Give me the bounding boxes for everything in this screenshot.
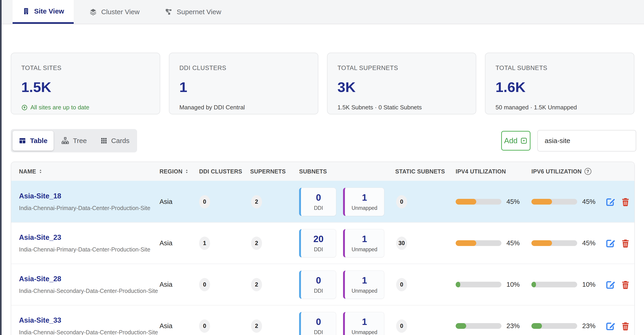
column-header-supernets: SUPERNETS xyxy=(250,168,299,175)
ipv4-utilization-cell: 45% xyxy=(456,239,532,247)
column-label: DDI CLUSTERS xyxy=(199,168,242,175)
subnet-ddi-label: DDI xyxy=(314,246,323,252)
subnet-ddi-count: 20 xyxy=(313,234,324,244)
ipv6-utilization-bar xyxy=(532,240,577,246)
ipv6-utilization-cell: 23% xyxy=(532,322,602,330)
tab-supernet-view[interactable]: Supernet View xyxy=(155,0,231,24)
view-toggle-tree[interactable]: Tree xyxy=(54,131,94,150)
table-row[interactable]: Asia-Site_18 India-Chennai-Primary-Data-… xyxy=(11,181,634,222)
delete-button[interactable] xyxy=(621,280,630,290)
stat-subtext: Managed by DDI Central xyxy=(180,104,308,111)
ipv4-utilization-fill xyxy=(456,323,466,329)
table-row[interactable]: Asia-Site_23 India-Chennai-Primary-Data-… xyxy=(11,222,634,264)
ipv4-utilization-bar xyxy=(456,282,502,288)
edit-button[interactable] xyxy=(605,238,616,248)
supernet-icon xyxy=(165,8,172,16)
edit-icon xyxy=(605,321,616,331)
stat-value: 1.6K xyxy=(496,79,624,95)
column-header-region[interactable]: REGION xyxy=(160,168,199,175)
ipv4-utilization-fill xyxy=(456,282,460,288)
view-tabbar: Site View Cluster View xyxy=(2,0,644,24)
site-name-cell: Asia-Site_28 India-Chennai-Secondary-Dat… xyxy=(11,275,160,294)
sort-icon xyxy=(184,169,189,174)
site-view-page: Site View Cluster View xyxy=(0,0,644,335)
search-input[interactable] xyxy=(537,130,636,152)
column-label: REGION xyxy=(160,168,182,175)
subnet-ddi-card: 0 DDI xyxy=(299,270,336,299)
tab-label: Site View xyxy=(34,7,64,15)
trash-icon xyxy=(621,238,630,248)
stat-subtext: 50 managed · 1.5K Unmapped xyxy=(496,104,624,111)
subnet-ddi-count: 0 xyxy=(316,192,321,203)
site-name-link[interactable]: Asia-Site_23 xyxy=(19,234,160,242)
subnet-unmapped-card: 1 Unmapped xyxy=(343,312,384,335)
subnet-unmapped-count: 1 xyxy=(362,317,367,327)
table-header-row: NAME REGION DDI CLUSTERS SUPERNETS SUBNE… xyxy=(11,162,634,181)
tree-view-icon xyxy=(61,136,69,145)
view-toggle-label: Tree xyxy=(73,137,87,144)
supernets-cell: 2 xyxy=(251,195,299,208)
column-header-name[interactable]: NAME xyxy=(11,168,160,175)
ipv6-utilization-value: 10% xyxy=(582,281,596,288)
subnets-cell: 0 DDI 1 Unmapped xyxy=(299,312,395,335)
ddi-clusters-cell: 1 xyxy=(199,236,250,250)
subnet-unmapped-count: 1 xyxy=(362,192,367,203)
region-cell: Asia xyxy=(160,239,199,247)
ipv4-utilization-bar xyxy=(456,240,502,246)
tab-site-view[interactable]: Site View xyxy=(12,0,74,24)
site-name-link[interactable]: Asia-Site_18 xyxy=(19,192,160,200)
static-subnets-badge: 0 xyxy=(396,278,407,291)
delete-button[interactable] xyxy=(621,238,630,248)
edit-icon xyxy=(605,196,616,207)
add-button[interactable]: Add xyxy=(501,131,530,150)
delete-button[interactable] xyxy=(621,196,630,207)
site-name-cell: Asia-Site_18 India-Chennai-Primary-Data-… xyxy=(11,192,160,212)
view-toggle-label: Table xyxy=(30,137,47,144)
cards-view-icon xyxy=(100,137,108,144)
static-subnets-badge: 30 xyxy=(396,236,407,250)
column-label: IPV6 UTILIZATION xyxy=(532,168,582,175)
view-mode-toggle: Table Tree xyxy=(11,129,137,152)
site-name-link[interactable]: Asia-Site_28 xyxy=(19,275,160,283)
edit-button[interactable] xyxy=(605,321,616,331)
ipv4-utilization-fill xyxy=(456,199,476,204)
subnets-cell: 20 DDI 1 Unmapped xyxy=(299,229,395,258)
stat-subtext: 1.5K Subnets · 0 Static Subnets xyxy=(338,104,466,111)
region-cell: Asia xyxy=(160,281,199,288)
ipv4-utilization-value: 23% xyxy=(506,322,520,330)
dropdown-box-icon xyxy=(520,137,528,144)
edit-button[interactable] xyxy=(605,280,616,290)
site-name-cell: Asia-Site_33 India-Chennai-Secondary-Dat… xyxy=(11,316,160,335)
region-cell: Asia xyxy=(160,198,199,206)
subnet-ddi-count: 0 xyxy=(316,317,321,327)
trash-icon xyxy=(621,280,630,290)
arrow-up-circle-icon xyxy=(21,104,28,111)
site-name-link[interactable]: Asia-Site_33 xyxy=(19,316,160,324)
ipv6-utilization-bar xyxy=(532,282,577,288)
tab-cluster-view[interactable]: Cluster View xyxy=(80,0,149,24)
table-row[interactable]: Asia-Site_33 India-Chennai-Secondary-Dat… xyxy=(11,305,634,335)
stat-title: DDI CLUSTERS xyxy=(180,64,308,72)
supernets-cell: 2 xyxy=(251,278,299,291)
view-toggle-cards[interactable]: Cards xyxy=(94,131,135,150)
subnet-ddi-card: 0 DDI xyxy=(299,312,336,335)
subnet-ddi-label: DDI xyxy=(314,329,323,335)
table-row[interactable]: Asia-Site_28 India-Chennai-Secondary-Dat… xyxy=(11,264,634,305)
column-header-ddi-clusters: DDI CLUSTERS xyxy=(199,168,250,175)
subnet-ddi-label: DDI xyxy=(314,205,323,211)
edit-button[interactable] xyxy=(605,196,616,207)
column-header-ipv6-utilization: IPV6 UTILIZATION ? xyxy=(532,168,602,175)
ddi-clusters-badge: 1 xyxy=(199,236,210,250)
supernets-badge: 2 xyxy=(251,236,262,250)
subnet-unmapped-card: 1 Unmapped xyxy=(343,188,384,216)
delete-button[interactable] xyxy=(621,321,630,331)
stat-card-total-subnets: TOTAL SUBNETS 1.6K 50 managed · 1.5K Unm… xyxy=(485,53,634,114)
ipv4-utilization-bar xyxy=(456,323,502,329)
subnet-ddi-label: DDI xyxy=(314,288,323,294)
ipv6-utilization-value: 45% xyxy=(582,239,596,247)
help-icon[interactable]: ? xyxy=(584,168,591,175)
subnets-cell: 0 DDI 1 Unmapped xyxy=(299,270,395,299)
view-toggle-table[interactable]: Table xyxy=(12,131,54,150)
tab-label: Supernet View xyxy=(177,8,221,16)
subnet-unmapped-label: Unmapped xyxy=(352,205,378,211)
